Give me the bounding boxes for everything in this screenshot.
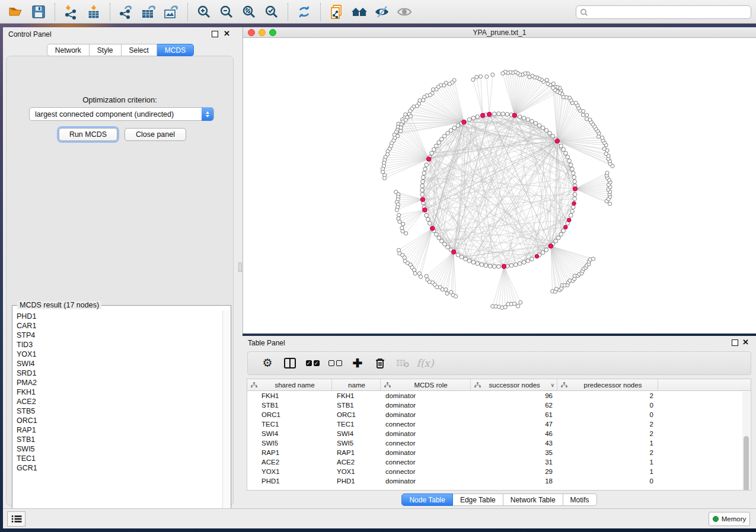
- leaf-node[interactable]: [419, 275, 422, 278]
- leaf-node[interactable]: [512, 302, 516, 306]
- dominator-node[interactable]: [555, 139, 560, 143]
- network-node[interactable]: [559, 144, 563, 148]
- import-network-icon[interactable]: [60, 2, 82, 21]
- column-header-MCDS-role[interactable]: MCDS role: [381, 379, 471, 390]
- tab-motifs[interactable]: Motifs: [563, 493, 597, 506]
- result-node[interactable]: ACE2: [17, 397, 222, 406]
- network-node[interactable]: [423, 167, 428, 171]
- network-node[interactable]: [440, 137, 444, 142]
- network-node[interactable]: [460, 255, 464, 259]
- tab-network[interactable]: Network: [47, 44, 90, 56]
- leaf-node[interactable]: [404, 232, 408, 235]
- network-node[interactable]: [442, 242, 446, 246]
- dominator-node[interactable]: [462, 120, 467, 124]
- export-network-icon[interactable]: [115, 2, 138, 21]
- leaf-node[interactable]: [581, 113, 585, 117]
- show-all-icon[interactable]: [393, 2, 416, 21]
- network-node[interactable]: [471, 260, 476, 264]
- new-network-from-selection-icon[interactable]: [326, 2, 348, 21]
- leaf-node[interactable]: [591, 257, 595, 261]
- table-row[interactable]: FKH1FKH1dominator962: [247, 391, 751, 400]
- dominator-node[interactable]: [573, 187, 578, 191]
- result-node[interactable]: TEC1: [17, 454, 222, 463]
- result-node[interactable]: SWI5: [17, 444, 222, 454]
- network-node[interactable]: [497, 112, 501, 116]
- leaf-node[interactable]: [409, 114, 412, 118]
- network-node[interactable]: [562, 148, 566, 152]
- network-node[interactable]: [456, 123, 460, 127]
- network-node[interactable]: [432, 148, 436, 152]
- network-node[interactable]: [422, 175, 426, 180]
- network-node[interactable]: [437, 140, 441, 145]
- leaf-node[interactable]: [431, 88, 435, 91]
- dominator-node[interactable]: [430, 226, 435, 231]
- table-row[interactable]: ACE2ACE2connector311: [247, 457, 751, 467]
- dominator-node[interactable]: [451, 250, 456, 255]
- table-row[interactable]: YOX1YOX1connector291: [247, 467, 751, 476]
- leaf-node[interactable]: [546, 82, 550, 85]
- table-row[interactable]: STB1STB1dominator620: [247, 400, 751, 410]
- scrollbar-thumb[interactable]: [744, 436, 749, 491]
- network-node[interactable]: [492, 112, 496, 116]
- tab-style[interactable]: Style: [90, 44, 122, 56]
- leaf-node[interactable]: [602, 147, 606, 150]
- zoom-in-icon[interactable]: [193, 2, 215, 21]
- close-panel-icon[interactable]: ✕: [742, 338, 749, 347]
- leaf-node[interactable]: [395, 208, 398, 211]
- dominator-node[interactable]: [564, 225, 568, 229]
- network-node[interactable]: [497, 265, 501, 269]
- network-node[interactable]: [557, 236, 561, 240]
- network-node[interactable]: [541, 251, 545, 255]
- network-node[interactable]: [544, 248, 548, 252]
- hide-selected-icon[interactable]: [371, 2, 393, 21]
- network-node[interactable]: [471, 116, 476, 120]
- result-node[interactable]: ORC1: [17, 416, 222, 425]
- network-node[interactable]: [467, 118, 471, 122]
- open-file-icon[interactable]: [5, 2, 27, 21]
- result-node[interactable]: STB5: [17, 406, 222, 416]
- leaf-node[interactable]: [471, 78, 475, 81]
- network-node[interactable]: [571, 171, 575, 175]
- leaf-node[interactable]: [401, 222, 405, 226]
- network-node[interactable]: [570, 209, 575, 213]
- network-node[interactable]: [446, 245, 450, 249]
- network-node[interactable]: [571, 205, 575, 209]
- network-node[interactable]: [428, 222, 432, 226]
- network-node[interactable]: [522, 116, 526, 120]
- leaf-node[interactable]: [454, 294, 458, 298]
- network-node[interactable]: [476, 115, 480, 119]
- leaf-node[interactable]: [394, 130, 398, 134]
- network-node[interactable]: [530, 119, 534, 123]
- leaf-node[interactable]: [585, 117, 588, 121]
- result-node[interactable]: STB1: [17, 435, 222, 444]
- network-node[interactable]: [488, 264, 492, 268]
- close-panel-icon[interactable]: ✕: [224, 30, 230, 38]
- network-node[interactable]: [541, 126, 545, 130]
- network-node[interactable]: [522, 260, 526, 264]
- import-table-icon[interactable]: [82, 2, 105, 21]
- close-panel-button[interactable]: Close panel: [125, 128, 186, 141]
- network-node[interactable]: [480, 262, 484, 267]
- network-node[interactable]: [425, 213, 429, 217]
- network-node[interactable]: [548, 132, 552, 136]
- network-node[interactable]: [562, 229, 566, 233]
- leaf-node[interactable]: [398, 220, 401, 223]
- dominator-node[interactable]: [535, 254, 539, 258]
- zoom-out-icon[interactable]: [215, 2, 238, 21]
- run-mcds-button[interactable]: Run MCDS: [59, 128, 117, 141]
- network-node[interactable]: [518, 115, 522, 119]
- result-node[interactable]: TID3: [17, 340, 222, 350]
- zoom-selected-icon[interactable]: [260, 2, 283, 21]
- dominator-node[interactable]: [480, 113, 485, 118]
- criterion-select[interactable]: largest connected component (undirected): [29, 107, 214, 121]
- leaf-node[interactable]: [551, 86, 555, 89]
- dominator-node[interactable]: [548, 244, 553, 249]
- splitter-handle[interactable]: [238, 262, 242, 272]
- leaf-node[interactable]: [403, 256, 406, 259]
- network-node[interactable]: [518, 262, 522, 266]
- network-node[interactable]: [526, 118, 530, 122]
- column-header-shared-name[interactable]: shared name: [247, 379, 332, 390]
- network-node[interactable]: [440, 239, 444, 243]
- dominator-node[interactable]: [502, 264, 506, 269]
- network-node[interactable]: [426, 217, 430, 222]
